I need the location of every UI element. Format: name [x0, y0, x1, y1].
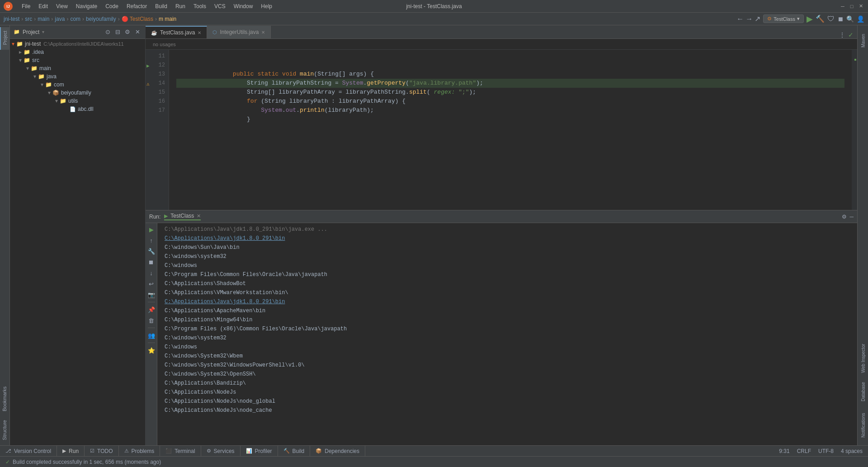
- src-expand-icon: ▾: [19, 57, 22, 63]
- panel-collapse-icon: 📁: [14, 29, 20, 35]
- run-pin-button[interactable]: 📌: [147, 305, 156, 314]
- menu-tools[interactable]: Tools: [190, 2, 210, 10]
- collapse-all-icon[interactable]: ⊟: [113, 28, 122, 36]
- run-trash-button[interactable]: 🗑: [147, 316, 156, 325]
- tab-testclass[interactable]: ☕ TestClass.java ✕: [146, 26, 207, 38]
- close-panel-icon[interactable]: ✕: [133, 28, 142, 36]
- breadcrumb-java[interactable]: java: [55, 16, 65, 22]
- run-button[interactable]: ▶: [807, 14, 813, 24]
- tab-integerutils-close[interactable]: ✕: [261, 30, 265, 35]
- run-scroll-up-button[interactable]: ↑: [147, 236, 156, 245]
- coverage-button[interactable]: 🛡: [827, 15, 835, 23]
- run-play-button[interactable]: ▶: [147, 225, 156, 234]
- run-star-button[interactable]: ⭐: [147, 346, 156, 355]
- output-line-8[interactable]: C:\Applications\Java\jdk1.8.0_291\bin: [165, 297, 850, 306]
- run-scroll-down-button[interactable]: ↓: [147, 268, 156, 277]
- menu-file[interactable]: File: [18, 2, 34, 10]
- run-settings-icon[interactable]: ⚙: [842, 214, 847, 220]
- tree-com[interactable]: ▾ 📁 com: [10, 81, 145, 89]
- minimize-button[interactable]: ─: [839, 3, 846, 10]
- toolbar-separator2: [148, 328, 155, 328]
- breadcrumb-com[interactable]: com: [70, 16, 80, 22]
- avatar-button[interactable]: 👤: [857, 15, 864, 23]
- output-line-10: C:\Applications\Mingw64\bin: [165, 315, 850, 324]
- breadcrumb-method[interactable]: m main: [159, 16, 176, 22]
- encoding[interactable]: UTF-8: [818, 448, 834, 454]
- tree-main[interactable]: ▾ 📁 main: [10, 64, 145, 72]
- bottom-tab-problems[interactable]: ⚠ Problems: [119, 446, 160, 456]
- close-button[interactable]: ✕: [857, 3, 864, 10]
- breadcrumb-beiyoufamily[interactable]: beiyoufamily: [86, 16, 116, 22]
- nav-back-button[interactable]: ←: [736, 15, 744, 23]
- maximize-button[interactable]: □: [848, 3, 855, 10]
- right-database[interactable]: Database: [859, 378, 867, 405]
- right-notifications[interactable]: Notifications: [859, 407, 867, 443]
- bottom-tab-terminal[interactable]: ⬛ Terminal: [160, 446, 201, 456]
- menu-view[interactable]: View: [52, 2, 71, 10]
- search-button[interactable]: 🔍: [846, 15, 854, 23]
- menu-edit[interactable]: Edit: [35, 2, 52, 10]
- output-line-1[interactable]: C:\Applications\Java\jdk1.8.0_291\bin: [165, 234, 850, 243]
- run-stop-button[interactable]: ⏹: [147, 257, 156, 267]
- build-button[interactable]: 🔨: [816, 14, 825, 23]
- breadcrumb-main[interactable]: main: [38, 16, 49, 22]
- panel-title-arrow[interactable]: ▾: [42, 29, 44, 34]
- structure-tab[interactable]: Structure: [0, 416, 9, 444]
- stop-button[interactable]: ⏹: [837, 15, 844, 23]
- tree-utils[interactable]: ▾ 📁 utils: [10, 97, 145, 105]
- tab-bar: ☕ TestClass.java ✕ ⬡ IntegerUtils.java ✕…: [146, 25, 857, 39]
- class-selector[interactable]: ⚙ TestClass ▾: [763, 14, 804, 23]
- run-screenshot-button[interactable]: 📷: [147, 290, 156, 299]
- bottom-tab-dependencies[interactable]: 📦 Dependencies: [310, 446, 365, 456]
- editor-check-icon[interactable]: ✓: [848, 31, 854, 38]
- breadcrumb-testclass[interactable]: 🔴 TestClass: [122, 16, 153, 22]
- tree-beiyoufamily[interactable]: ▾ 📦 beiyoufamily: [10, 89, 145, 97]
- tree-idea[interactable]: ▸ 📁 .idea: [10, 48, 145, 56]
- menu-build[interactable]: Build: [151, 2, 171, 10]
- breadcrumb-src[interactable]: src: [25, 16, 32, 22]
- menu-run[interactable]: Run: [172, 2, 189, 10]
- menu-navigate[interactable]: Navigate: [72, 2, 101, 10]
- tab-class-icon: ⬡: [212, 29, 217, 35]
- code-line-12: public static void main(String[] args) {: [176, 61, 844, 70]
- more-tabs-button[interactable]: ⋮: [839, 31, 845, 38]
- menu-window[interactable]: Window: [230, 2, 257, 10]
- scroll-from-source-icon[interactable]: ⊙: [104, 28, 112, 36]
- line-num-11: 11: [146, 52, 169, 61]
- settings-icon[interactable]: ⚙: [123, 28, 132, 36]
- menu-refactor[interactable]: Refactor: [123, 2, 151, 10]
- run-gutter-icon[interactable]: ▶: [146, 62, 150, 71]
- breadcrumb-project[interactable]: jni-test: [4, 16, 19, 22]
- run-tab-close[interactable]: ✕: [197, 213, 201, 219]
- nav-forward-button[interactable]: →: [745, 15, 753, 23]
- bottom-tab-run[interactable]: ▶ Run: [57, 446, 85, 456]
- tree-src[interactable]: ▾ 📁 src: [10, 56, 145, 64]
- recent-files-button[interactable]: ↗: [755, 14, 760, 23]
- project-tab[interactable]: Project: [0, 27, 10, 50]
- bottom-tab-services[interactable]: ⚙ Services: [201, 446, 241, 456]
- menu-help[interactable]: Help: [257, 2, 276, 10]
- bottom-tab-profiler[interactable]: 📊 Profiler: [241, 446, 278, 456]
- line-separator[interactable]: CRLF: [797, 448, 811, 454]
- run-wrench-button[interactable]: 🔧: [147, 247, 156, 256]
- run-active-tab[interactable]: ▶ TestClass ✕: [164, 213, 201, 220]
- bottom-tab-todo[interactable]: ☑ TODO: [85, 446, 118, 456]
- tab-integerutils[interactable]: ⬡ IntegerUtils.java ✕: [207, 26, 271, 38]
- tab-testclass-close[interactable]: ✕: [198, 30, 201, 35]
- status-message: Build completed successfully in 1 sec, 6…: [13, 459, 161, 465]
- tree-abcdll[interactable]: 📄 abc.dll: [10, 105, 145, 113]
- right-web-inspector[interactable]: Web Inspector: [859, 340, 867, 376]
- run-wrap-button[interactable]: ↩: [147, 279, 156, 288]
- run-users-button[interactable]: 👥: [147, 331, 156, 340]
- bottom-tab-build[interactable]: 🔨 Build: [278, 446, 311, 456]
- menu-code[interactable]: Code: [102, 2, 122, 10]
- right-maven-icon[interactable]: Maven: [859, 27, 867, 54]
- tree-java[interactable]: ▾ 📁 java: [10, 72, 145, 81]
- bottom-tab-versioncontrol[interactable]: ⎇ Version Control: [0, 446, 57, 456]
- menu-vcs[interactable]: VCS: [211, 2, 229, 10]
- profiler-icon: 📊: [246, 448, 252, 454]
- tree-root[interactable]: ▾ 📁 jni-test C:\Applications\IntelliJIDE…: [10, 40, 145, 48]
- indent[interactable]: 4 spaces: [841, 448, 863, 454]
- run-minimize-icon[interactable]: ─: [849, 214, 854, 220]
- bookmarks-tab[interactable]: Bookmarks: [0, 383, 9, 415]
